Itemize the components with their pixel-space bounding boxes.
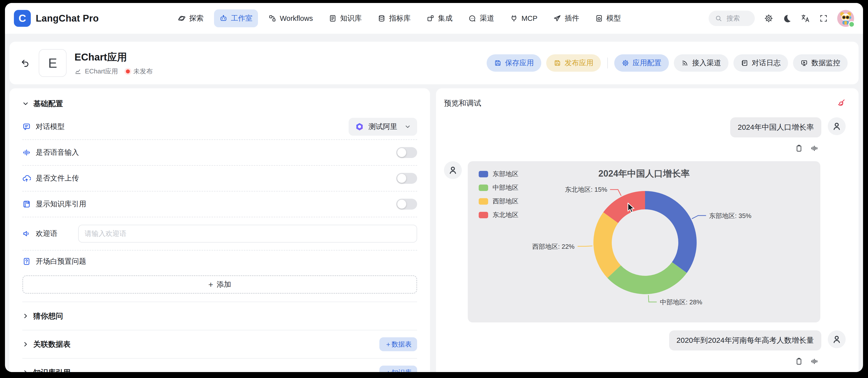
pie-label-leader xyxy=(648,295,657,302)
database-icon xyxy=(378,14,385,22)
pie-label: 中部地区: 28% xyxy=(660,298,703,307)
nav-item-plugin[interactable]: 插件 xyxy=(548,9,585,27)
config-panel: 基础配置 对话模型 测试阿里 xyxy=(9,88,430,372)
chat-logs-button[interactable]: 对话日志 xyxy=(734,54,788,72)
speaker-icon xyxy=(22,230,31,238)
row-welcome: 欢迎语 xyxy=(22,217,417,250)
app-info: EChart应用 EChart应用 未发布 xyxy=(74,50,153,76)
book-icon xyxy=(22,200,31,208)
monitor-icon xyxy=(801,59,808,67)
pie-label: 西部地区: 22% xyxy=(532,242,575,251)
save-app-button[interactable]: 保存应用 xyxy=(487,54,541,72)
add-preset-question-button[interactable]: + 添加 xyxy=(22,275,417,294)
nav-right xyxy=(709,10,854,27)
nav-item-channel[interactable]: 渠道 xyxy=(463,9,500,27)
voice-play-icon[interactable] xyxy=(810,144,818,152)
user-message-bubble: 2020年到2024年河南每年高考人数增长量 xyxy=(669,331,821,350)
model-select-dropdown[interactable]: 测试阿里 xyxy=(349,118,417,136)
nav-menu: 探索 工作室 Workflows 知识库 指标库 集成 xyxy=(172,9,626,27)
add-knowledge-base-button[interactable]: ＋知识库 xyxy=(379,366,417,372)
search-input[interactable] xyxy=(725,14,748,23)
file-upload-toggle[interactable] xyxy=(396,173,417,184)
publish-app-button[interactable]: 发布应用 xyxy=(546,54,601,72)
divider xyxy=(607,58,608,68)
blocks-icon xyxy=(427,14,434,22)
nav-item-knowledge[interactable]: 知识库 xyxy=(323,9,367,27)
pie-label-leader xyxy=(692,215,706,219)
chat-model-icon xyxy=(22,123,31,131)
app-header: E EChart应用 EChart应用 未发布 保存应用 发布应用 应用配置 xyxy=(9,42,859,84)
clear-chat-broom-icon[interactable] xyxy=(836,99,846,108)
document-icon xyxy=(329,14,337,22)
chat-bubble-icon xyxy=(468,14,476,22)
nav-item-model[interactable]: 模型 xyxy=(590,9,626,27)
chevron-right-icon xyxy=(22,341,29,347)
copy-icon[interactable] xyxy=(795,144,803,152)
app-initial-badge: E xyxy=(39,49,66,77)
log-book-icon xyxy=(741,59,748,67)
question-doc-icon xyxy=(22,257,31,266)
kb-citation-toggle[interactable] xyxy=(396,199,417,210)
add-data-table-button[interactable]: ＋数据表 xyxy=(379,337,417,351)
app-config-button[interactable]: 应用配置 xyxy=(614,54,669,72)
app-window: C LangChat Pro 探索 工作室 Workflows 知识库 xyxy=(5,3,863,372)
section-kb-reference[interactable]: 知识库引用 ＋知识库 xyxy=(22,359,417,372)
fullscreen-icon[interactable] xyxy=(819,14,828,23)
nav-item-mcp[interactable]: MCP xyxy=(504,10,543,27)
user-message-row: 2020年到2024年河南每年高考人数增长量 xyxy=(444,331,846,350)
user-chat-avatar xyxy=(828,331,846,348)
data-monitor-button[interactable]: 数据监控 xyxy=(793,54,848,72)
nav-item-workflows[interactable]: Workflows xyxy=(263,10,318,27)
brand-logo: C xyxy=(14,10,31,27)
dark-mode-moon-icon[interactable] xyxy=(783,14,792,23)
preview-title: 预览和调试 xyxy=(444,98,481,108)
message-actions xyxy=(444,144,846,152)
pie-slice[interactable] xyxy=(593,212,621,278)
nav-item-explore[interactable]: 探索 xyxy=(172,9,209,27)
assistant-message-row: 2024年中国人口增长率 东部地区中部地区西部地区东北地区 东部地区: 35%中… xyxy=(444,161,846,322)
chevron-down-icon xyxy=(405,124,411,130)
search-icon xyxy=(715,15,722,22)
access-channels-button[interactable]: 接入渠道 xyxy=(674,54,728,72)
pie-label: 东北地区: 15% xyxy=(565,185,608,194)
page-title: EChart应用 xyxy=(74,50,153,64)
welcome-input[interactable] xyxy=(78,225,417,243)
search-box[interactable] xyxy=(709,11,755,26)
nav-item-integration[interactable]: 集成 xyxy=(421,9,458,27)
person-icon xyxy=(832,121,842,131)
navbar: C LangChat Pro 探索 工作室 Workflows 知识库 xyxy=(5,3,863,34)
chart-card: 2024年中国人口增长率 东部地区中部地区西部地区东北地区 东部地区: 35%中… xyxy=(468,161,820,322)
voice-play-icon[interactable] xyxy=(810,357,818,365)
pie-slice[interactable] xyxy=(645,191,697,273)
message-actions xyxy=(444,357,846,365)
section-basic-config[interactable]: 基础配置 xyxy=(22,98,417,109)
user-message-bubble: 2024年中国人口增长率 xyxy=(730,117,821,137)
status-badge: 未发布 xyxy=(133,67,153,76)
user-message-row: 2024年中国人口增长率 xyxy=(444,117,846,137)
brand[interactable]: C LangChat Pro xyxy=(14,10,99,27)
status-dot xyxy=(126,69,130,73)
copy-icon[interactable] xyxy=(795,357,803,365)
chevron-right-icon xyxy=(22,369,29,372)
gear-icon xyxy=(622,59,629,67)
rss-icon xyxy=(681,59,689,67)
back-icon[interactable] xyxy=(20,58,30,68)
voice-input-toggle[interactable] xyxy=(396,147,417,158)
user-avatar[interactable] xyxy=(837,10,854,27)
row-chat-model: 对话模型 测试阿里 xyxy=(22,114,417,139)
model-file-icon xyxy=(595,14,603,22)
chevron-right-icon xyxy=(22,313,29,319)
section-guess-questions[interactable]: 猜你想问 xyxy=(22,302,417,330)
section-linked-tables[interactable]: 关联数据表 ＋数据表 xyxy=(22,331,417,358)
workflow-icon xyxy=(269,14,276,22)
nav-item-metrics[interactable]: 指标库 xyxy=(372,9,416,27)
chevron-down-icon xyxy=(22,100,29,107)
settings-gear-icon[interactable] xyxy=(764,14,773,23)
pie-slice[interactable] xyxy=(607,262,687,294)
nav-item-studio[interactable]: 工作室 xyxy=(214,9,258,27)
preview-panel: 预览和调试 2024年中国人口增长率 xyxy=(436,88,859,372)
user-chat-avatar xyxy=(828,117,846,135)
translate-icon[interactable] xyxy=(801,14,810,23)
pie-label-leader xyxy=(610,190,621,196)
online-status-dot xyxy=(848,21,855,28)
